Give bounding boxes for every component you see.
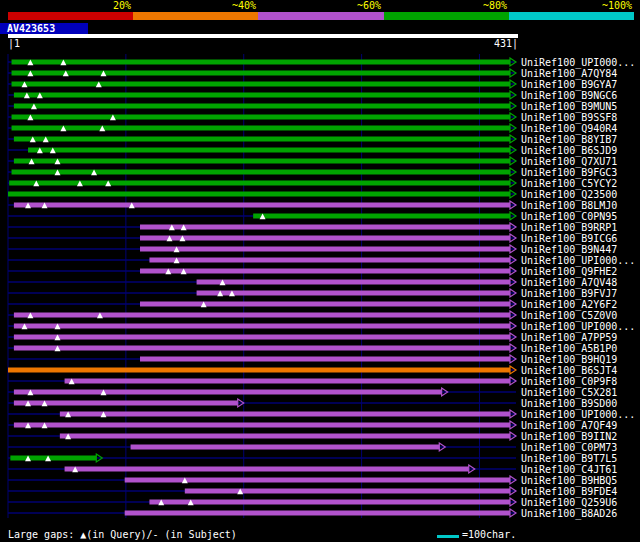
blast-overview-screen: 20% ~40% ~60% ~80% ~100% AV423653 |1 431… — [0, 0, 640, 542]
hit-bar[interactable] — [149, 500, 510, 505]
query-name: AV423653 — [7, 23, 55, 34]
hit-bar[interactable] — [14, 137, 510, 142]
hit-bar[interactable] — [60, 434, 510, 439]
hit-bar[interactable] — [12, 126, 510, 131]
hit-bar[interactable] — [10, 456, 96, 461]
hit-bar[interactable] — [12, 82, 510, 87]
hit-bar[interactable] — [65, 467, 469, 472]
hit-bar[interactable] — [14, 335, 510, 340]
scale-segment-cyan — [509, 12, 634, 20]
hit-bar[interactable] — [14, 313, 510, 318]
scale-segment-red — [8, 12, 133, 20]
scale-label-60: ~60% — [321, 1, 381, 11]
hit-bar[interactable] — [149, 258, 510, 263]
hit-bar[interactable] — [8, 192, 510, 197]
scale-segment-green — [384, 12, 509, 20]
identity-color-scalebar — [8, 12, 634, 20]
hit-bar[interactable] — [14, 159, 510, 164]
hit-bar[interactable] — [140, 236, 510, 241]
hundred-char-scale-label: =100char. — [462, 529, 516, 540]
query-name-band: AV423653 — [0, 23, 88, 34]
scale-segment-purple — [258, 12, 383, 20]
hit-bar[interactable] — [8, 368, 510, 373]
identity-scale-labels: 20% ~40% ~60% ~80% ~100% — [0, 1, 640, 11]
hit-bar[interactable] — [12, 115, 510, 120]
hit-bar[interactable] — [9, 181, 510, 186]
hit-bar[interactable] — [14, 423, 510, 428]
hit-bar[interactable] — [14, 203, 510, 208]
hundred-char-scale-line — [437, 535, 459, 538]
large-gaps-legend: Large gaps: ▲(in Query)/- (in Subject) — [8, 529, 237, 540]
hit-bar[interactable] — [28, 148, 510, 153]
hit-bar[interactable] — [185, 489, 510, 494]
hit-bar[interactable] — [197, 280, 510, 285]
scale-label-20: 20% — [71, 1, 131, 11]
scale-label-40: ~40% — [196, 1, 256, 11]
hit-bar[interactable] — [12, 60, 510, 65]
hit-bar[interactable] — [140, 269, 510, 274]
scale-label-80: ~80% — [447, 1, 507, 11]
alignment-row[interactable]: UniRef100_B8AD26 — [8, 508, 617, 520]
alignment-plot: UniRef100_UPI000...UniRef100_A7QY84UniRe… — [0, 52, 640, 528]
hit-bar[interactable] — [140, 302, 510, 307]
hit-label[interactable]: UniRef100_B8AD26 — [521, 508, 617, 520]
hit-bar[interactable] — [14, 390, 442, 395]
hit-bar[interactable] — [125, 511, 510, 516]
hit-bar[interactable] — [14, 401, 238, 406]
hit-bar[interactable] — [140, 225, 510, 230]
hit-bar[interactable] — [14, 346, 510, 351]
scale-segment-orange — [133, 12, 258, 20]
hit-bar[interactable] — [14, 104, 510, 109]
hit-bar[interactable] — [253, 214, 510, 219]
hit-bar[interactable] — [140, 357, 510, 362]
hit-bar[interactable] — [131, 445, 440, 450]
query-ruler-bar — [8, 34, 518, 38]
hit-bar[interactable] — [197, 291, 510, 296]
hit-bar[interactable] — [60, 412, 510, 417]
hit-bar[interactable] — [14, 93, 510, 98]
hit-bar[interactable] — [12, 170, 510, 175]
ruler-start-tick: |1 — [8, 39, 20, 49]
hit-bar[interactable] — [12, 71, 510, 76]
hit-bar[interactable] — [140, 247, 510, 252]
hit-bar[interactable] — [125, 478, 510, 483]
scale-label-100: ~100% — [572, 1, 632, 11]
ruler-end-tick: 431| — [494, 39, 518, 49]
hit-bar[interactable] — [65, 379, 510, 384]
hit-bar[interactable] — [14, 324, 510, 329]
